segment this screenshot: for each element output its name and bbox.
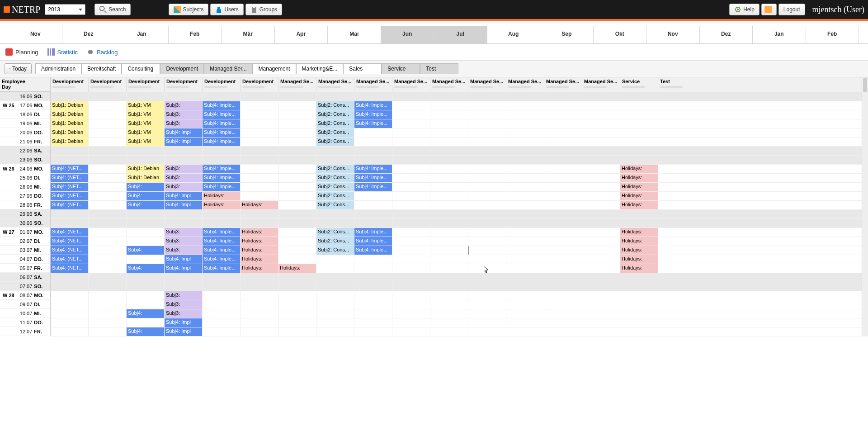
grid-cell[interactable] bbox=[392, 318, 430, 327]
grid-cell[interactable] bbox=[582, 165, 620, 173]
grid-cell[interactable] bbox=[468, 300, 506, 309]
col-header-2[interactable]: Development————— bbox=[127, 77, 165, 92]
grid-cell[interactable] bbox=[506, 264, 544, 273]
grid-cell[interactable] bbox=[278, 273, 316, 282]
grid-cell[interactable] bbox=[316, 255, 354, 264]
grid-cell[interactable] bbox=[430, 192, 468, 200]
grid-cell[interactable] bbox=[241, 156, 278, 164]
grid-cell[interactable] bbox=[89, 237, 127, 246]
grid-cell[interactable]: Subj4: Imple... bbox=[354, 101, 392, 110]
col-header-8[interactable]: Managed Se...————— bbox=[354, 77, 392, 92]
scroll-thumb[interactable] bbox=[863, 78, 867, 92]
grid-cell[interactable]: Subj4: (NET... bbox=[51, 228, 89, 237]
col-header-13[interactable]: Managed Se...————— bbox=[544, 77, 582, 92]
grid-cell[interactable] bbox=[430, 228, 468, 237]
grid-cell[interactable]: Subj4: bbox=[127, 264, 165, 273]
grid-cell[interactable] bbox=[582, 101, 620, 110]
month-feb-3[interactable]: Feb bbox=[169, 26, 222, 43]
grid-cell[interactable] bbox=[544, 119, 582, 128]
grid-cell[interactable] bbox=[430, 156, 468, 164]
grid-cell[interactable] bbox=[127, 210, 165, 218]
grid-cell[interactable] bbox=[354, 137, 392, 146]
grid-cell[interactable] bbox=[468, 219, 506, 227]
dept-tab-4[interactable]: Managed Ser... bbox=[204, 63, 252, 74]
grid-cell[interactable]: Subj1: Debian bbox=[51, 128, 89, 137]
grid-cell[interactable] bbox=[430, 291, 468, 300]
grid-cell[interactable] bbox=[354, 318, 392, 327]
grid-cell[interactable] bbox=[392, 128, 430, 137]
grid-cell[interactable] bbox=[468, 110, 506, 119]
grid-cell[interactable] bbox=[89, 309, 127, 318]
grid-cell[interactable] bbox=[468, 119, 506, 128]
grid-cell[interactable] bbox=[127, 273, 165, 282]
grid-cell[interactable]: Subj4: Impl bbox=[165, 318, 203, 327]
grid-cell[interactable] bbox=[658, 201, 696, 209]
grid-cell[interactable] bbox=[430, 183, 468, 191]
grid-cell[interactable]: Holidays: bbox=[241, 246, 278, 255]
grid-cell[interactable] bbox=[241, 165, 278, 173]
logout-button[interactable]: Logout bbox=[778, 4, 805, 15]
grid-cell[interactable] bbox=[203, 291, 241, 300]
grid-cell[interactable] bbox=[203, 156, 241, 164]
grid-cell[interactable]: Subj2: Cons... bbox=[316, 165, 354, 173]
grid-cell[interactable] bbox=[392, 183, 430, 191]
grid-cell[interactable]: Subj4: Imple... bbox=[203, 183, 241, 191]
grid-cell[interactable] bbox=[620, 309, 658, 318]
grid-cell[interactable]: Subj4: Imple... bbox=[354, 165, 392, 173]
grid-cell[interactable] bbox=[89, 246, 127, 255]
grid-cell[interactable] bbox=[241, 273, 278, 282]
grid-cell[interactable]: Subj3: bbox=[165, 300, 203, 309]
grid-cell[interactable] bbox=[392, 246, 430, 255]
grid-cell[interactable] bbox=[278, 174, 316, 182]
grid-cell[interactable]: Holidays: bbox=[620, 237, 658, 246]
dept-tab-9[interactable]: Test bbox=[420, 63, 458, 74]
grid-cell[interactable] bbox=[544, 255, 582, 264]
grid-cell[interactable] bbox=[89, 318, 127, 327]
grid-cell[interactable] bbox=[468, 192, 506, 200]
grid-cell[interactable] bbox=[278, 282, 316, 291]
grid-cell[interactable] bbox=[165, 282, 203, 291]
grid-cell[interactable] bbox=[506, 219, 544, 227]
col-header-12[interactable]: Managed Se...————— bbox=[506, 77, 544, 92]
grid-cell[interactable] bbox=[544, 327, 582, 336]
grid-cell[interactable] bbox=[354, 291, 392, 300]
grid-cell[interactable] bbox=[658, 291, 696, 300]
grid-cell[interactable]: Holidays: bbox=[620, 201, 658, 209]
grid-cell[interactable] bbox=[506, 255, 544, 264]
grid-cell[interactable] bbox=[430, 210, 468, 218]
grid-cell[interactable] bbox=[582, 264, 620, 273]
grid-cell[interactable]: Subj4: Imple... bbox=[354, 237, 392, 246]
grid-cell[interactable] bbox=[89, 201, 127, 209]
grid-cell[interactable] bbox=[620, 300, 658, 309]
grid-cell[interactable]: Subj1: Debian bbox=[127, 165, 165, 173]
grid-cell[interactable] bbox=[278, 219, 316, 227]
grid-cell[interactable] bbox=[127, 228, 165, 237]
col-header-14[interactable]: Managed Se...————— bbox=[582, 77, 620, 92]
grid-cell[interactable] bbox=[89, 255, 127, 264]
grid-cell[interactable] bbox=[658, 219, 696, 227]
grid-cell[interactable]: Subj1: VM bbox=[127, 128, 165, 137]
grid-cell[interactable] bbox=[468, 282, 506, 291]
grid-cell[interactable] bbox=[620, 128, 658, 137]
grid-cell[interactable] bbox=[278, 165, 316, 173]
grid-cell[interactable] bbox=[506, 137, 544, 146]
grid-cell[interactable] bbox=[392, 228, 430, 237]
grid-cell[interactable] bbox=[468, 128, 506, 137]
month-sep-10[interactable]: Sep bbox=[540, 26, 594, 43]
grid-cell[interactable] bbox=[127, 282, 165, 291]
grid-cell[interactable] bbox=[278, 318, 316, 327]
grid-cell[interactable] bbox=[89, 183, 127, 191]
grid-cell[interactable] bbox=[278, 201, 316, 209]
groups-button[interactable]: Groups bbox=[245, 4, 282, 15]
grid-cell[interactable] bbox=[430, 309, 468, 318]
grid-cell[interactable] bbox=[658, 309, 696, 318]
grid-cell[interactable] bbox=[316, 300, 354, 309]
grid-cell[interactable] bbox=[165, 92, 203, 101]
grid-cell[interactable] bbox=[544, 174, 582, 182]
grid-cell[interactable]: Subj3: bbox=[165, 228, 203, 237]
grid-cell[interactable] bbox=[544, 192, 582, 200]
grid-cell[interactable] bbox=[241, 183, 278, 191]
grid-cell[interactable] bbox=[620, 291, 658, 300]
grid-cell[interactable] bbox=[127, 92, 165, 101]
grid-cell[interactable]: Subj2: Cons... bbox=[316, 201, 354, 209]
